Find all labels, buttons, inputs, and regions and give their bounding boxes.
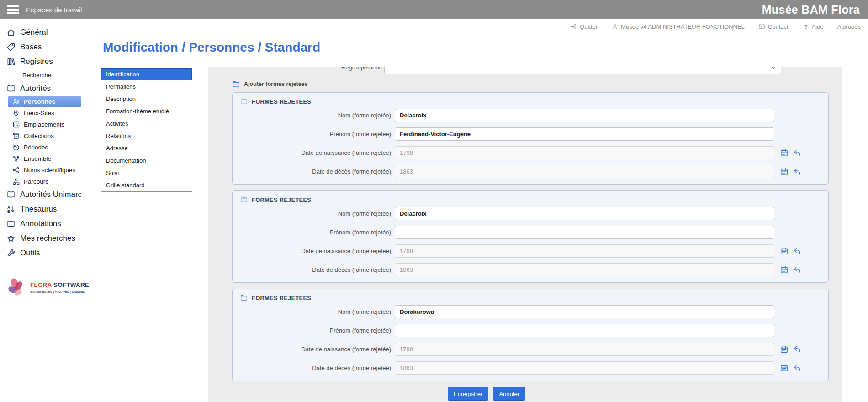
sidebar-item-ensemble[interactable]: Ensemble xyxy=(8,153,95,164)
revert-button[interactable] xyxy=(793,364,801,372)
deces-input[interactable] xyxy=(395,361,774,375)
chevron-down-icon xyxy=(770,67,777,71)
tree-icon xyxy=(12,178,20,185)
sidebar-item-collections[interactable]: Collections xyxy=(8,130,95,142)
sidebar-item-outils[interactable]: Outils xyxy=(0,246,95,260)
open-book-icon xyxy=(6,190,16,199)
revert-button[interactable] xyxy=(793,345,801,354)
calendar-icon xyxy=(780,167,789,176)
tab-grille-standard[interactable]: Grille standard xyxy=(101,179,192,191)
folder-icon xyxy=(232,80,240,88)
sidebar-item-personnes[interactable]: Personnes xyxy=(8,96,81,107)
add-formes-rejetees[interactable]: Ajouter formes rejetées xyxy=(232,80,842,88)
userbar-a-propos[interactable]: A propos xyxy=(837,23,861,30)
workspace-label: Espaces de travail xyxy=(26,6,82,14)
sidebar-item-mes-recherches[interactable]: Mes recherches xyxy=(0,231,95,246)
section-header: FORMES REJETEES xyxy=(240,195,821,205)
naissance-input[interactable] xyxy=(395,146,774,159)
tab-identification[interactable]: Identification xyxy=(101,68,192,80)
section-header: FORMES REJETEES xyxy=(240,293,821,303)
sidebar-item-parcours[interactable]: Parcours xyxy=(8,176,95,187)
sidebar-item-label: Annotations xyxy=(20,219,61,228)
sidebar-item-registres[interactable]: Registres xyxy=(0,54,95,69)
tab-relations[interactable]: Relations xyxy=(101,130,192,142)
userbar-contact[interactable]: Contact xyxy=(758,23,789,30)
deces-input[interactable] xyxy=(395,263,774,276)
sidebar-item-recherche[interactable]: Recherche xyxy=(8,69,95,81)
nom-input[interactable] xyxy=(395,109,774,122)
field-row-nom: Nom (forme rejetée) xyxy=(240,109,821,122)
field-label-nom: Nom (forme rejetée) xyxy=(240,210,391,217)
date-picker-button[interactable] xyxy=(780,345,789,354)
sidebar-item-general[interactable]: Général xyxy=(0,25,95,40)
tab-activites[interactable]: Activités xyxy=(101,117,192,130)
tab-formation-theme-etudie[interactable]: Formation-thème etudié xyxy=(101,105,192,117)
formes-rejetees-list: FORMES REJETEES Nom (forme rejetée) Prén… xyxy=(208,92,842,381)
revert-button[interactable] xyxy=(793,247,801,255)
naissance-input[interactable] xyxy=(395,343,774,356)
userbar: QuitterMusée v4 ADMINISTRATEUR FONCTIONN… xyxy=(570,23,861,30)
field-label-nom: Nom (forme rejetée) xyxy=(240,308,391,315)
folder-icon xyxy=(240,294,248,302)
prenom-input[interactable] xyxy=(395,127,774,141)
cancel-button[interactable]: Annuler xyxy=(493,387,525,401)
field-label-deces: Date de décès (forme rejetée) xyxy=(240,266,391,273)
field-label-prenom: Prénom (forme rejetée) xyxy=(240,229,391,236)
save-button[interactable]: Enregistrer xyxy=(448,387,489,401)
naissance-input[interactable] xyxy=(395,244,774,258)
tab-permaliens[interactable]: Permaliens xyxy=(101,80,192,93)
sidebar-item-periodes[interactable]: Périodes xyxy=(8,142,95,153)
userbar-quitter[interactable]: Quitter xyxy=(570,23,598,30)
form-scroll-area[interactable]: Regroupement Ajouter formes rejetées FOR… xyxy=(208,67,842,387)
date-picker-button[interactable] xyxy=(780,247,789,255)
date-picker-button[interactable] xyxy=(780,265,789,274)
sidebar-nav: GénéralBasesRegistresRechercheAutoritésP… xyxy=(0,25,95,260)
flora-logo-block: FLORA SOFTWARE Bibliothèques | Archives … xyxy=(5,277,95,298)
hamburger-menu-icon[interactable] xyxy=(7,5,19,14)
regroupement-select[interactable] xyxy=(384,67,781,74)
userbar-musee-v4-administrateur-fonctionnel[interactable]: Musée v4 ADMINISTRATEUR FONCTIONNEL xyxy=(611,23,745,30)
sidebar-item-label: Parcours xyxy=(24,178,48,185)
tab-adresse[interactable]: Adresse xyxy=(101,142,192,154)
sidebar-item-label: Bases xyxy=(20,42,42,52)
sidebar-item-autorites-unimarc[interactable]: Autorités Unimarc xyxy=(0,187,95,202)
field-label-nom: Nom (forme rejetée) xyxy=(240,112,391,119)
formes-rejetees-section: FORMES REJETEES Nom (forme rejetée) Prén… xyxy=(232,289,829,381)
sidebar-item-lieux-sites[interactable]: Lieux-Sites xyxy=(8,107,95,119)
revert-button[interactable] xyxy=(793,265,801,274)
chart-box-icon xyxy=(12,121,20,128)
sidebar-item-annotations[interactable]: Annotations xyxy=(0,217,95,231)
sidebar-item-emplacements[interactable]: Emplacements xyxy=(8,119,95,130)
nom-input[interactable] xyxy=(395,305,774,318)
logo-brand-secondary: SOFTWARE xyxy=(53,281,89,288)
prenom-input[interactable] xyxy=(395,324,774,337)
sidebar-item-noms-scientifiques[interactable]: Noms scientifiques xyxy=(8,164,95,176)
calendar-icon xyxy=(780,265,789,274)
revert-button[interactable] xyxy=(793,148,801,157)
sidebar-item-bases[interactable]: Bases xyxy=(0,40,95,54)
tab-description[interactable]: Description xyxy=(101,93,192,105)
nom-input[interactable] xyxy=(395,207,774,220)
folder-icon xyxy=(240,196,248,204)
undo-icon xyxy=(793,167,801,176)
date-picker-button[interactable] xyxy=(780,167,789,176)
tab-suivi[interactable]: Suivi xyxy=(101,167,192,179)
sidebar-item-label: Autorités xyxy=(20,84,51,93)
revert-button[interactable] xyxy=(793,167,801,176)
help-icon: ? xyxy=(802,23,809,30)
deces-input[interactable] xyxy=(395,165,774,178)
date-picker-button[interactable] xyxy=(780,364,789,372)
tab-documentation[interactable]: Documentation xyxy=(101,154,192,167)
field-label-deces: Date de décès (forme rejetée) xyxy=(240,365,391,371)
sidebar-item-autorites[interactable]: Autorités xyxy=(0,81,95,96)
sidebar: GénéralBasesRegistresRechercheAutoritésP… xyxy=(0,19,95,402)
undo-icon xyxy=(793,148,801,157)
userbar-aide[interactable]: ?Aide xyxy=(802,23,824,30)
sidebar-item-thesaurus[interactable]: ABThesaurus xyxy=(0,202,95,217)
map-pin-icon xyxy=(12,109,20,117)
section-title: FORMES REJETEES xyxy=(252,98,311,105)
date-picker-button[interactable] xyxy=(780,148,789,157)
userbar-label: Quitter xyxy=(580,23,598,30)
prenom-input[interactable] xyxy=(395,226,774,239)
field-label-naissance: Date de naissance (forme rejetée) xyxy=(240,248,391,254)
